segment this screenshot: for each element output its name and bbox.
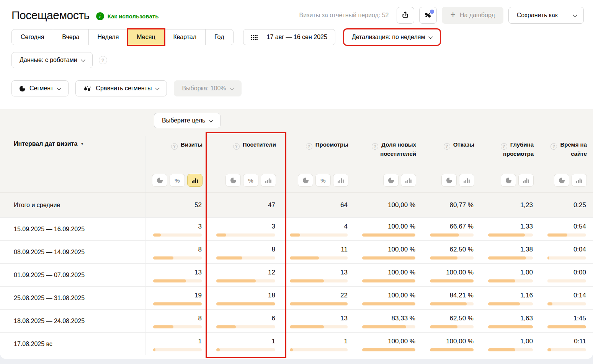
chevron-down-icon bbox=[209, 118, 213, 122]
pie-toggle[interactable] bbox=[225, 174, 241, 187]
period-tab-0[interactable]: Сегодня bbox=[11, 29, 53, 45]
bar-chart-icon bbox=[265, 178, 271, 183]
metric-value: 1:45 bbox=[573, 314, 586, 323]
pie-toggle[interactable] bbox=[554, 174, 569, 187]
metric-cell: 8 bbox=[145, 241, 209, 263]
metric-cell: 13 bbox=[282, 264, 354, 286]
bar-chart-icon bbox=[338, 178, 344, 183]
mini-bar bbox=[430, 302, 474, 305]
help-icon[interactable]: ? bbox=[501, 143, 507, 150]
sampling-button[interactable]: Выборка: 100% bbox=[174, 80, 241, 96]
percent-toggle[interactable]: % bbox=[170, 174, 185, 187]
metric-value: 1,00 bbox=[520, 337, 533, 346]
date-range-button[interactable]: 17 авг — 16 сен 2025 bbox=[243, 29, 335, 45]
row-label: 15.09.2025 — 16.09.2025 bbox=[0, 218, 145, 240]
bars-toggle[interactable] bbox=[261, 174, 276, 187]
pie-toggle[interactable] bbox=[152, 174, 167, 187]
help-icon[interactable]: ? bbox=[99, 56, 107, 64]
table-row[interactable]: 15.09.2025 — 16.09.2025334100,00 %66,67 … bbox=[0, 217, 593, 240]
metric-value: 47 bbox=[268, 201, 275, 209]
metric-value: 1,00 bbox=[520, 268, 533, 277]
metric-value: 3 bbox=[272, 222, 275, 231]
pie-chart-icon bbox=[559, 178, 565, 183]
mini-bar bbox=[362, 348, 415, 351]
mini-bar bbox=[547, 256, 586, 260]
metric-value: 8 bbox=[272, 245, 275, 254]
metric-cell: 13 bbox=[145, 264, 209, 286]
metric-cell: 8 bbox=[209, 241, 282, 263]
percent-toggle[interactable]: % bbox=[315, 174, 331, 187]
column-label: Время на сайте bbox=[560, 141, 587, 157]
mini-bar bbox=[216, 348, 275, 351]
bars-toggle[interactable] bbox=[401, 174, 416, 187]
metric-cell: 0:04 bbox=[540, 241, 593, 263]
metric-cell: 1,63 bbox=[480, 310, 540, 332]
metric-cell: 0:14 bbox=[540, 287, 593, 309]
metric-cell: 13 bbox=[282, 310, 354, 332]
percent-toggle[interactable]: % bbox=[243, 174, 258, 187]
detalization-button[interactable]: Детализация: по неделям bbox=[344, 29, 441, 45]
metric-cell: 19 bbox=[145, 287, 209, 309]
bars-toggle[interactable] bbox=[518, 174, 534, 187]
help-icon[interactable]: ? bbox=[306, 143, 312, 150]
mini-bar bbox=[153, 302, 202, 305]
pie-toggle[interactable] bbox=[383, 174, 399, 187]
metric-value: 1,16 bbox=[520, 291, 533, 300]
calendar-grid-icon bbox=[251, 35, 258, 40]
metric-value: 100,00 % bbox=[388, 245, 415, 254]
comments-button[interactable] bbox=[419, 7, 437, 24]
metric-value: 8 bbox=[198, 314, 202, 323]
display-toggles bbox=[441, 174, 474, 187]
how-to-use-link[interactable]: Как использовать bbox=[108, 13, 159, 20]
table-header: Выберите цель Интервал дат визита▼ ? Виз… bbox=[0, 109, 593, 192]
table-row[interactable]: 01.09.2025 — 07.09.2025131213100,00 %100… bbox=[0, 263, 593, 286]
pie-toggle[interactable] bbox=[441, 174, 457, 187]
bars-toggle[interactable] bbox=[333, 174, 348, 187]
mini-bar bbox=[216, 256, 275, 260]
column-label: Визиты bbox=[181, 141, 203, 148]
column-header-4: ? Отказы bbox=[422, 136, 480, 192]
totals-row[interactable]: Итого и средние524764100,00 %80,77 %1,23… bbox=[0, 192, 593, 217]
mini-bar bbox=[547, 233, 586, 237]
metric-cell: 1 bbox=[145, 333, 209, 355]
segment-button[interactable]: Сегмент bbox=[11, 80, 69, 96]
help-icon[interactable]: ? bbox=[444, 143, 450, 150]
metric-cell: 100,00 % bbox=[354, 287, 422, 309]
goal-select-button[interactable]: Выберите цель bbox=[154, 113, 221, 128]
save-as-button[interactable]: Сохранить как bbox=[508, 7, 584, 24]
metric-value: 0:04 bbox=[573, 245, 586, 254]
row-label: 01.09.2025 — 07.09.2025 bbox=[0, 264, 145, 286]
metric-cell: 3 bbox=[145, 218, 209, 240]
display-toggles bbox=[554, 174, 587, 187]
period-tab-4[interactable]: Квартал bbox=[164, 29, 206, 45]
help-icon[interactable]: ? bbox=[372, 143, 378, 150]
data-mode-button[interactable]: Данные: с роботами bbox=[11, 52, 93, 68]
help-icon[interactable]: ? bbox=[171, 143, 178, 150]
table-row[interactable]: 18.08.2025 — 24.08.2025861383,33 %62,50 … bbox=[0, 309, 593, 332]
bars-toggle[interactable] bbox=[572, 174, 587, 187]
compare-segments-button[interactable]: Сравнить сегменты bbox=[75, 80, 167, 96]
export-button[interactable] bbox=[397, 7, 414, 24]
add-to-dashboard-button[interactable]: + На дашборд bbox=[442, 7, 503, 24]
period-tab-3[interactable]: Месяц bbox=[127, 29, 164, 45]
period-tab-1[interactable]: Вчера bbox=[53, 29, 88, 45]
table-row[interactable]: 17.08.2025 вс111100,00 %100,00 %1,000:11 bbox=[0, 332, 593, 355]
interval-column-header[interactable]: Интервал дат визита▼ bbox=[0, 136, 145, 192]
table-row[interactable]: 08.09.2025 — 14.09.20258811100,00 %62,50… bbox=[0, 240, 593, 263]
metric-cell: 8 bbox=[145, 310, 209, 332]
row-label: Итого и средние bbox=[0, 193, 145, 217]
bars-toggle[interactable] bbox=[459, 174, 474, 187]
metric-cell: 100,00 % bbox=[354, 193, 422, 217]
period-tab-5[interactable]: Год bbox=[205, 29, 233, 45]
metric-value: 6 bbox=[272, 314, 275, 323]
pie-toggle[interactable] bbox=[501, 174, 516, 187]
save-as-chevron[interactable] bbox=[566, 7, 583, 23]
bars-toggle[interactable] bbox=[187, 174, 203, 187]
help-icon[interactable]: ? bbox=[233, 143, 240, 150]
table-row[interactable]: 25.08.2025 — 31.08.2025191822100,00 %84,… bbox=[0, 286, 593, 309]
period-tab-2[interactable]: Неделя bbox=[88, 29, 128, 45]
mini-bar bbox=[362, 279, 415, 282]
pie-toggle[interactable] bbox=[298, 174, 313, 187]
help-icon[interactable]: ? bbox=[551, 143, 557, 150]
export-icon bbox=[401, 11, 410, 20]
